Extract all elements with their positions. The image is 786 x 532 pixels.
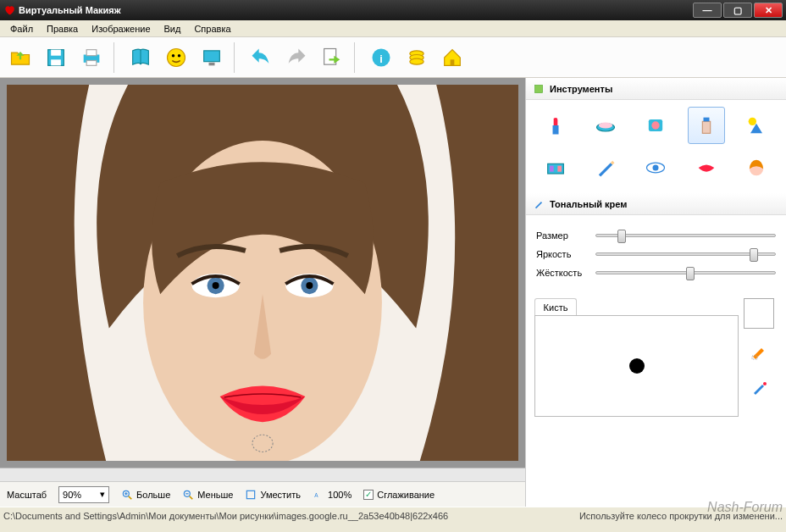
sidebar: Инструменты Тональный крем Размер Яркос	[525, 78, 786, 507]
menu-image[interactable]: Изображение	[85, 22, 157, 36]
export-button[interactable]	[315, 41, 349, 75]
zoom-combo[interactable]: 90% ▾	[58, 486, 109, 503]
svg-line-28	[129, 496, 132, 499]
svg-point-7	[172, 53, 175, 56]
eyeshadow-icon	[544, 156, 567, 180]
brush-preview[interactable]	[534, 315, 739, 417]
menu-help[interactable]: Справка	[187, 22, 237, 36]
palette-icon	[533, 83, 545, 95]
brush-tab[interactable]: Кисть	[534, 298, 577, 315]
menu-edit[interactable]: Правка	[40, 22, 85, 36]
zoom-fit-button[interactable]: Уместить	[245, 489, 301, 501]
eye-icon	[644, 156, 667, 180]
undo-icon	[249, 46, 273, 69]
svg-rect-43	[703, 118, 709, 122]
book-icon	[129, 46, 152, 69]
brightness-slider[interactable]	[595, 252, 776, 256]
svg-rect-10	[209, 62, 215, 65]
home-button[interactable]	[435, 41, 469, 75]
svg-text:A: A	[314, 491, 318, 497]
zoom-in-icon	[121, 489, 133, 501]
svg-rect-47	[557, 166, 562, 172]
eyedropper-button[interactable]	[744, 373, 774, 403]
brush-panel: Кисть	[526, 293, 786, 507]
undo-button[interactable]	[244, 41, 278, 75]
powder-tool[interactable]	[587, 107, 624, 144]
home-icon	[440, 46, 464, 69]
zoom-100-button[interactable]: A100%	[313, 489, 351, 501]
tools-panel-header: Инструменты	[526, 78, 786, 100]
open-button[interactable]	[3, 41, 37, 75]
brush-small-icon	[533, 198, 545, 210]
paintbrush-icon	[749, 341, 769, 361]
export-icon	[320, 46, 344, 69]
zoom-less-button[interactable]: Меньше	[182, 489, 233, 501]
tan-icon	[744, 114, 768, 137]
lips-tool[interactable]	[688, 149, 725, 186]
foundation-tool[interactable]	[688, 107, 725, 144]
check-icon: ✓	[363, 490, 374, 500]
horizontal-scrollbar[interactable]	[0, 468, 525, 481]
svg-point-44	[749, 118, 756, 125]
coins-icon	[405, 46, 429, 69]
svg-rect-4	[86, 49, 97, 55]
pencil-tool[interactable]	[587, 149, 624, 186]
hardness-label: Жёсткость	[536, 268, 587, 278]
zoom-bar: Масштаб 90% ▾ Больше Меньше Уместить A10…	[0, 481, 525, 507]
titlebar: Виртуальный Макияж — ▢ ✕	[0, 0, 786, 20]
save-button[interactable]	[39, 41, 73, 75]
color-swatch[interactable]	[744, 298, 774, 329]
screen-button[interactable]	[195, 41, 229, 75]
menu-view[interactable]: Вид	[158, 22, 188, 36]
blush-icon	[644, 114, 667, 137]
svg-rect-5	[86, 60, 97, 65]
print-icon	[80, 46, 103, 69]
eye-tool[interactable]	[637, 149, 674, 186]
canvas-area: Масштаб 90% ▾ Больше Меньше Уместить A10…	[0, 78, 525, 507]
pencil-icon	[594, 156, 617, 180]
hair-tool[interactable]	[738, 149, 775, 186]
hardness-slider[interactable]	[595, 271, 776, 274]
sliders-panel: Размер Яркость Жёсткость	[526, 215, 786, 293]
svg-rect-37	[552, 125, 558, 135]
redo-icon	[285, 46, 308, 69]
apply-brush-button[interactable]	[744, 335, 774, 366]
eyeshadow-tool[interactable]	[537, 149, 574, 186]
screen-icon	[200, 46, 224, 69]
print-button[interactable]	[75, 41, 108, 75]
smiley-icon	[164, 46, 188, 69]
svg-text:i: i	[379, 52, 383, 64]
zoom-more-button[interactable]: Больше	[121, 489, 170, 501]
smoothing-checkbox[interactable]: ✓Сглаживание	[363, 490, 435, 500]
tan-tool[interactable]	[738, 107, 775, 144]
coins-button[interactable]	[400, 41, 434, 75]
size-slider[interactable]	[595, 234, 776, 237]
svg-point-16	[410, 58, 423, 64]
maximize-button[interactable]: ▢	[723, 3, 752, 18]
brush-dot	[629, 358, 645, 374]
smiley-button[interactable]	[159, 41, 193, 75]
image-canvas[interactable]	[7, 85, 518, 461]
minimize-button[interactable]: —	[693, 3, 722, 18]
status-hint: Используйте колесо прокрутки для изменен…	[579, 511, 783, 521]
redo-button[interactable]	[280, 41, 313, 75]
blush-tool[interactable]	[637, 107, 674, 144]
svg-rect-34	[247, 490, 255, 498]
size-label: Размер	[536, 230, 587, 241]
current-tool-header: Тональный крем	[526, 193, 786, 215]
open-icon	[8, 46, 32, 69]
svg-point-41	[652, 121, 660, 129]
fit-icon	[245, 489, 257, 501]
powder-icon	[594, 114, 617, 137]
foundation-icon	[695, 114, 718, 137]
close-button[interactable]: ✕	[754, 3, 783, 18]
statusbar: C:\Documents and Settings\Admin\Мои доку…	[0, 507, 786, 524]
svg-rect-2	[51, 59, 61, 65]
book-button[interactable]	[124, 41, 158, 75]
svg-rect-17	[451, 59, 455, 65]
info-button[interactable]: i	[364, 41, 398, 75]
lipstick-tool[interactable]	[537, 107, 574, 144]
svg-rect-36	[534, 85, 542, 92]
zoom-label: Масштаб	[7, 490, 47, 500]
menu-file[interactable]: Файл	[3, 22, 40, 36]
